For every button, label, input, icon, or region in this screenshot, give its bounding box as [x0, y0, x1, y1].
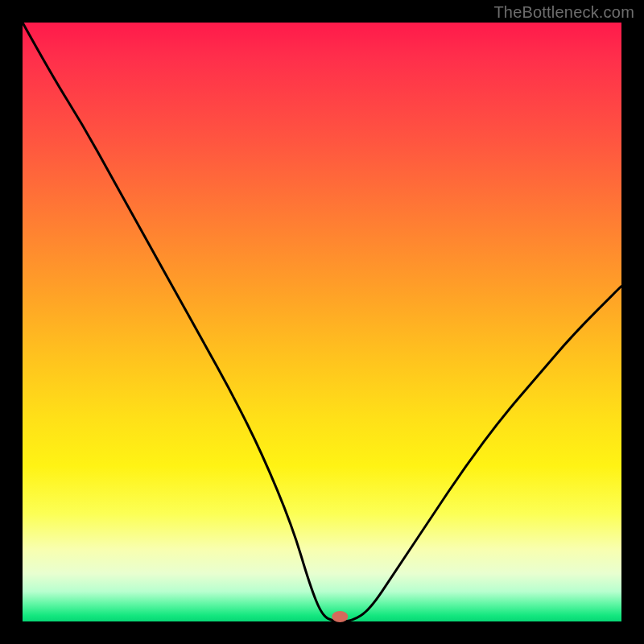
bottleneck-curve: [23, 23, 621, 621]
watermark-label: TheBottleneck.com: [493, 3, 634, 22]
chart-stage: TheBottleneck.com: [0, 0, 644, 644]
plot-area: [23, 23, 621, 621]
valley-marker: [332, 611, 348, 622]
